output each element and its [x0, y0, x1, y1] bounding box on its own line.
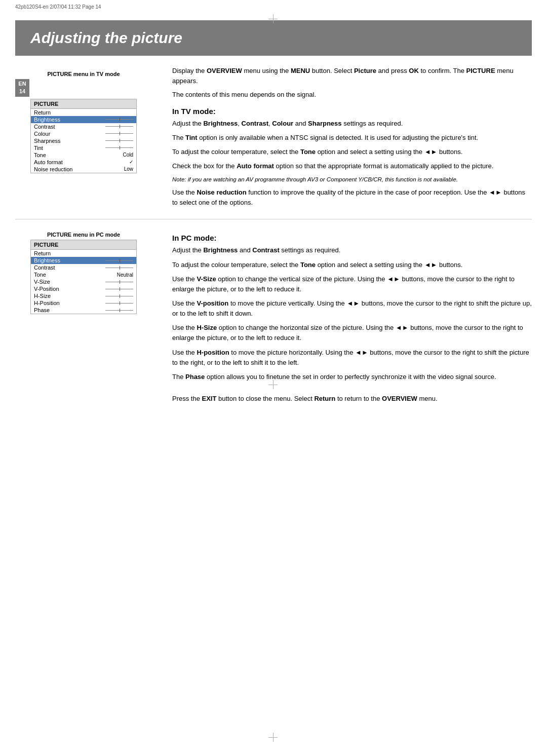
slider-track: [105, 296, 133, 296]
menu-item: V-Position: [31, 285, 136, 292]
tv-para2: The Tint option is only available when a…: [172, 133, 532, 143]
slider-control: [105, 147, 133, 148]
slider-track: [105, 282, 133, 282]
menu-item: Auto format✓: [31, 159, 136, 166]
slider-control: [105, 282, 133, 282]
pc-para5: Use the H-Size option to change the hori…: [172, 323, 532, 343]
tv-menu-items-container: ReturnBrightnessContrastColourSharpnessT…: [31, 109, 136, 173]
pc-para2: To adjust the colour temperature, select…: [172, 260, 532, 270]
crosshair-mid: [268, 380, 278, 389]
menu-item: ToneNeutral: [31, 271, 136, 278]
menu-item-label: Auto format: [34, 159, 63, 165]
section-divider: [15, 219, 532, 219]
slider-control: [105, 289, 133, 289]
menu-item: Brightness: [31, 116, 136, 123]
menu-item: H-Size: [31, 292, 136, 299]
tv-para3: To adjust the colour temperature, select…: [172, 147, 532, 157]
menu-item: Contrast: [31, 123, 136, 130]
slider-track: [105, 133, 133, 134]
menu-item-label: H-Position: [34, 300, 60, 306]
slider-control: [105, 303, 133, 304]
tv-menu-box: PICTURE ReturnBrightnessContrastColourSh…: [30, 99, 137, 173]
page-title: Adjusting the picture: [30, 29, 517, 47]
menu-item: Return: [31, 250, 136, 257]
menu-item: Sharpness: [31, 137, 136, 144]
slider-track: [105, 147, 133, 148]
crosshair-bottom: [268, 733, 278, 742]
footer-exit-text: Press the EXIT button to close the menu.…: [172, 394, 532, 404]
tv-mode-left-col: PICTURE menu in TV mode EN 14 PICTURE Re…: [15, 66, 162, 212]
language-badge: EN 14: [15, 79, 29, 97]
badge-lang: EN: [15, 80, 29, 88]
slider-track: [105, 119, 133, 120]
menu-item-value: Cold: [123, 152, 133, 158]
pc-menu-items-container: ReturnBrightnessContrastToneNeutralV-Siz…: [31, 250, 136, 314]
menu-item-label: Sharpness: [34, 138, 61, 144]
menu-item-label: Tone: [34, 272, 46, 278]
tv-para5: Use the Noise reduction function to impr…: [172, 187, 532, 208]
menu-item-value: Low: [124, 166, 133, 172]
menu-item: Phase: [31, 307, 136, 314]
slider-track: [105, 268, 133, 268]
menu-item: Noise reductionLow: [31, 166, 136, 173]
menu-item-label: Contrast: [34, 264, 55, 271]
pc-para7: The Phase option allows you to finetune …: [172, 372, 532, 382]
tv-note: Note: if you are watching an AV programm…: [172, 175, 532, 183]
pc-mode-left-col: PICTURE menu in PC mode PICTURE ReturnBr…: [15, 226, 162, 408]
badge-page: 14: [15, 88, 29, 95]
menu-item: Brightness: [31, 257, 136, 264]
menu-item-label: V-Position: [34, 286, 59, 292]
slider-track: [105, 303, 133, 304]
slider-control: [105, 140, 133, 141]
file-info-text: 42pb120S4-en 2/07/04 11:32 Page 14: [15, 4, 101, 10]
pc-para3: Use the V-Size option to change the vert…: [172, 274, 532, 294]
menu-item: H-Position: [31, 299, 136, 307]
slider-control: [105, 268, 133, 268]
slider-control: [105, 133, 133, 134]
menu-item-value: ✓: [129, 159, 133, 165]
menu-item-label: Return: [34, 250, 51, 256]
menu-item-value: Neutral: [117, 272, 133, 278]
tv-menu-label: PICTURE menu in TV mode: [15, 71, 152, 77]
menu-item-label: Return: [34, 109, 51, 116]
slider-control: [105, 126, 133, 127]
slider-track: [105, 289, 133, 289]
tv-mode-right-col: Display the OVERVIEW menu using the MENU…: [162, 66, 532, 212]
menu-item-label: Brightness: [34, 257, 60, 263]
menu-item-label: V-Size: [34, 279, 50, 285]
menu-item-label: Phase: [34, 307, 50, 313]
tv-menu-header: PICTURE: [31, 99, 136, 109]
pc-para6: Use the H-position to move the picture h…: [172, 348, 532, 368]
slider-control: [105, 310, 133, 311]
menu-item: V-Size: [31, 278, 136, 285]
slider-track: [105, 140, 133, 141]
menu-item-label: Tone: [34, 152, 46, 158]
main-content: PICTURE menu in TV mode EN 14 PICTURE Re…: [15, 66, 532, 212]
menu-item-label: Brightness: [34, 117, 60, 123]
pc-menu-box: PICTURE ReturnBrightnessContrastToneNeut…: [30, 240, 137, 314]
menu-item-label: Tint: [34, 145, 43, 151]
menu-item: Tint: [31, 144, 136, 152]
tv-para4: Check the box for the Auto format option…: [172, 161, 532, 171]
menu-item-label: Noise reduction: [34, 166, 72, 172]
menu-item-label: Colour: [34, 131, 50, 137]
slider-track: [105, 310, 133, 311]
intro-signal-text: The contents of this menu depends on the…: [172, 90, 532, 100]
pc-menu-label: PICTURE menu in PC mode: [15, 232, 152, 238]
slider-control: [105, 296, 133, 296]
menu-item-label: Contrast: [34, 124, 55, 130]
page-header: Adjusting the picture: [15, 20, 532, 56]
pc-para1: Adjust the Brightness and Contrast setti…: [172, 245, 532, 255]
pc-para4: Use the V-position to move the picture v…: [172, 298, 532, 319]
tv-mode-heading: In TV mode:: [172, 107, 532, 116]
menu-item: Contrast: [31, 264, 136, 271]
menu-item-label: H-Size: [34, 293, 51, 299]
slider-control: [105, 119, 133, 120]
pc-menu-header: PICTURE: [31, 240, 136, 250]
crosshair-top: [268, 14, 278, 23]
menu-item: Return: [31, 109, 136, 116]
pc-mode-heading: In PC mode:: [172, 234, 532, 242]
slider-track: [105, 260, 133, 261]
meta-info: 42pb120S4-en 2/07/04 11:32 Page 14: [15, 4, 101, 10]
slider-track: [105, 126, 133, 127]
